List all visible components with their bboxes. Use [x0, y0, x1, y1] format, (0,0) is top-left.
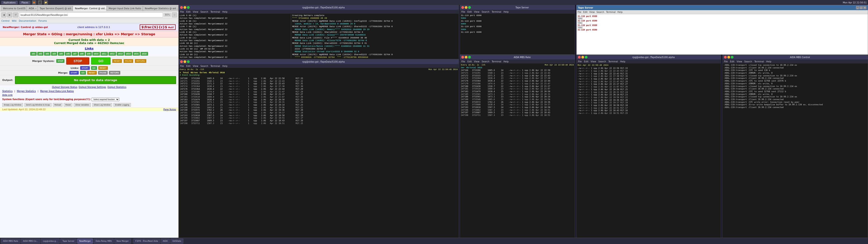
merger-pause-btn[interactable]: PAUSE	[124, 59, 133, 63]
tab-aida[interactable]: AIDA ×	[27, 6, 38, 11]
taskbar-aida-label[interactable]: AIDA	[161, 239, 170, 244]
aida-ctrl-menu-file[interactable]: File	[578, 60, 582, 63]
show-variables-btn[interactable]: Show Variables	[74, 103, 91, 106]
menu2-file[interactable]: File	[180, 65, 184, 67]
bookmark-star[interactable]: ☆	[172, 12, 177, 18]
aida-right-menu-help[interactable]: Help	[766, 60, 771, 63]
tape-menu-help[interactable]: Help	[503, 11, 508, 13]
min-btn[interactable]	[184, 60, 186, 63]
aida-rate-max[interactable]	[468, 56, 471, 59]
merger-reset-btn[interactable]: RESET	[112, 59, 122, 63]
merge-pause-btn[interactable]: PAUSE	[98, 71, 107, 74]
link-btn-atl5[interactable]: atl5	[58, 52, 64, 56]
tab-newmerger-stats[interactable]: NewMerger Statistics @ aid ... ×	[143, 6, 179, 11]
taskbar-new-merger[interactable]: New Merger	[114, 239, 131, 244]
menu2-edit[interactable]: Edit	[186, 65, 191, 67]
link-btn-atl10[interactable]: atl10	[92, 52, 100, 56]
tab-newmerger-control[interactable]: NewMerger: Control @ aid... ×	[73, 6, 106, 11]
terminal-icon[interactable]: ⬛	[38, 0, 42, 4]
aida-ctrl-menu-help[interactable]: Help	[620, 60, 625, 63]
tape-gui-max[interactable]: ×	[863, 6, 866, 9]
tape-close[interactable]	[461, 6, 464, 9]
send-log-btn[interactable]: Send Log Window to Ecap	[24, 103, 52, 106]
merger-stop-button[interactable]: STOP	[66, 57, 89, 65]
show-log-btn[interactable]: Show Log Window	[92, 103, 112, 106]
tape-gui-menu-help[interactable]: Help	[617, 11, 622, 13]
aida-rate-content[interactable]: Every 10.0s: ls -lth Mon Apr 22 22:50:48…	[460, 63, 575, 244]
merge-reset-btn[interactable]: RESET	[87, 71, 97, 74]
aida-rate-min[interactable]	[465, 56, 467, 59]
tape-gui-menu-view[interactable]: View	[589, 11, 595, 13]
merger-return-btn[interactable]: RETURN	[135, 59, 146, 63]
bookmark-documentation[interactable]: Documentation	[19, 20, 36, 22]
aida-right-min[interactable]	[727, 56, 730, 59]
links-go-btn[interactable]: GO	[91, 66, 97, 70]
output-storage-status-link[interactable]: Output Storage Status	[52, 86, 77, 88]
merger-stop-small-btn[interactable]: STOP	[56, 59, 64, 63]
menu-help[interactable]: Help	[222, 11, 227, 13]
link-btn-atl3[interactable]: atl3	[44, 52, 51, 56]
close-btn[interactable]	[180, 60, 183, 63]
tape-gui-content[interactable]: 31-119 port 6500 5984 31-119 port 6500 5…	[577, 14, 868, 55]
link-bottom-1[interactable]: Statistics	[2, 90, 13, 92]
tape-menu-file[interactable]: File	[461, 11, 465, 13]
menu2-help[interactable]: Help	[222, 65, 227, 67]
minimize-button[interactable]	[184, 6, 186, 9]
tape-content[interactable]: 31-119 port 6500 5984 31-119 port 6500 5…	[460, 14, 575, 55]
reload-btn[interactable]: Reload	[53, 103, 63, 106]
aida-rate-menu-edit[interactable]: Edit	[467, 60, 472, 63]
tab-merger-input[interactable]: Merger Input Data Link Ratio ... ×	[107, 6, 143, 11]
reset-btn-action[interactable]: Reset	[64, 103, 72, 106]
link-btn-atl8[interactable]: atl8	[79, 52, 85, 56]
merge-return-btn[interactable]: RETURN	[109, 71, 120, 74]
aida-ctrl-min[interactable]	[581, 56, 584, 59]
taskbar-rpg-terminal[interactable]: rpg@aidas-g...	[41, 239, 60, 244]
tape-menu-view[interactable]: View	[474, 11, 479, 13]
bookmark-centrol[interactable]: Centrol	[1, 20, 9, 22]
tape-gui-min[interactable]: □	[860, 6, 863, 9]
firefox-icon[interactable]: 🦊	[32, 0, 36, 4]
link-btn-atl13[interactable]: atl13	[117, 52, 124, 56]
aida-right-menu-file[interactable]: File	[724, 60, 728, 63]
tab-close-aida[interactable]: ×	[35, 7, 37, 10]
aida-ctrl-content[interactable]: Mon Apr 22 22:50:48 2024 -rw-r--r-- 1 np…	[577, 63, 721, 244]
link-btn-atl11[interactable]: atl11	[101, 52, 108, 56]
aida-right-content[interactable]: :X86L-119:transport :closed tcp connecti…	[723, 63, 868, 244]
max-btn[interactable]	[187, 60, 190, 63]
aida-ctrl-menu-edit[interactable]: Edit	[584, 60, 588, 63]
tape-gui-menu-file[interactable]: File	[578, 11, 581, 13]
tab-centos[interactable]: Welcome to CentOS ×	[1, 6, 27, 11]
tape-max[interactable]	[468, 6, 471, 9]
tape-menu-search[interactable]: Search	[482, 11, 489, 13]
aida-ctrl-menu-terminal[interactable]: Terminal	[608, 60, 618, 63]
link-btn-atl4[interactable]: atl4	[51, 52, 57, 56]
output-storage-settings-link[interactable]: Output Storage Settings	[79, 86, 106, 88]
function-select[interactable]: Select required function	[92, 98, 119, 101]
menu2-terminal[interactable]: Terminal	[211, 65, 220, 67]
aida-right-menu-terminal[interactable]: Terminal	[754, 60, 764, 63]
output-statistics-link[interactable]: Output Statistics	[107, 86, 126, 88]
tape-min[interactable]	[465, 6, 467, 9]
close-button[interactable]	[180, 6, 183, 9]
places-menu[interactable]: Places	[20, 1, 30, 4]
tape-gui-menu-edit[interactable]: Edit	[583, 11, 587, 13]
tape-gui-close[interactable]: _	[856, 6, 859, 9]
menu-file[interactable]: File	[180, 11, 184, 13]
taskbar-aida-mbs-rate[interactable]: AIDA MBS Rate	[1, 239, 20, 244]
bookmark-forums[interactable]: Forums	[38, 20, 47, 22]
files-icon[interactable]: 📁	[44, 0, 48, 4]
tape-menu-edit[interactable]: Edit	[467, 11, 472, 13]
address-bar[interactable]	[19, 12, 163, 18]
link-btn-atl7[interactable]: atl7	[72, 52, 78, 56]
forward-button[interactable]: ▶	[7, 12, 12, 18]
terminal2-content[interactable]: Every 10.0s: ls -lth Mon Apr 22 22:50:48…	[179, 68, 459, 244]
link-btn-atl6[interactable]: atl6	[65, 52, 71, 56]
aida-rate-close[interactable]	[461, 56, 464, 59]
aida-right-menu-view[interactable]: View	[737, 60, 742, 63]
taskbar-aida-mbs-control[interactable]: AIDA MBS Co...	[21, 239, 40, 244]
merge-start-btn[interactable]: START	[69, 71, 79, 74]
applications-menu[interactable]: Applications	[1, 1, 18, 4]
tape-gui-menu-terminal[interactable]: Terminal	[606, 11, 616, 13]
reload-button[interactable]: ↺	[13, 12, 18, 18]
aida-ctrl-max[interactable]	[585, 56, 587, 59]
